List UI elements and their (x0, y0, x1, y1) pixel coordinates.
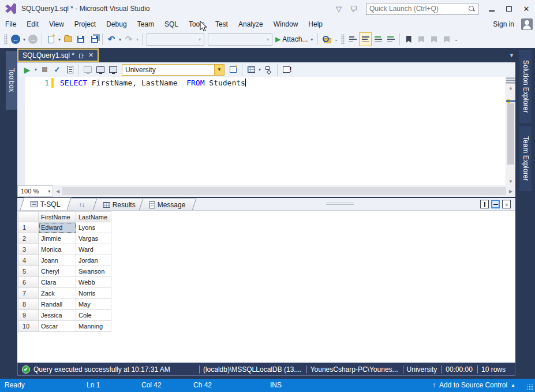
quick-launch-box[interactable] (366, 3, 478, 15)
grid-cell[interactable]: Swanson (76, 266, 111, 277)
sidebar-tab-solution-explorer[interactable]: Solution Explorer (519, 50, 532, 123)
grid-cell[interactable]: Cheryl (39, 266, 76, 277)
row-header[interactable]: 5 (18, 266, 39, 277)
toolbar-drag-handle-2[interactable] (341, 34, 345, 44)
save-all-button[interactable] (87, 32, 100, 46)
maximize-button[interactable] (500, 2, 518, 16)
grid-cell[interactable]: Randall (39, 299, 76, 310)
grid-cell[interactable]: Jordan (76, 255, 111, 266)
scroll-right-icon[interactable]: ▶ (506, 185, 515, 197)
feedback-icon[interactable]: 🗩 (346, 2, 361, 15)
grid-cell[interactable]: Jimmie (39, 233, 76, 244)
grid-cell[interactable]: May (76, 299, 111, 310)
attach-dropdown-icon[interactable]: ▾ (309, 37, 314, 42)
row-header[interactable]: 3 (18, 244, 39, 255)
sign-in-button[interactable]: Sign in (491, 20, 517, 28)
grid-cell[interactable]: Webb (76, 277, 111, 288)
grid-cell[interactable]: Norris (76, 288, 111, 299)
grid-cell[interactable]: Jessica (39, 310, 76, 321)
tab-tsql[interactable]: T-SQL (20, 197, 71, 210)
results-to-grid-button[interactable] (245, 63, 257, 77)
menu-item-help[interactable]: Help (303, 18, 328, 30)
menu-item-debug[interactable]: Debug (101, 18, 132, 30)
redo-button[interactable]: ↷ (122, 32, 135, 46)
tab-well-overflow-icon[interactable]: ▼ (509, 53, 514, 58)
pin-icon[interactable] (78, 53, 84, 58)
grid-corner-cell[interactable] (18, 211, 39, 222)
grid-cell[interactable]: Oscar (39, 321, 76, 332)
menu-item-file[interactable]: File (0, 18, 21, 30)
row-header[interactable]: 6 (18, 277, 39, 288)
resize-grip[interactable] (527, 384, 533, 390)
code-editor[interactable]: 1 SELECT FirstName, LastName FROM Studen… (17, 77, 515, 185)
notifications-flag-icon[interactable]: ▽ (331, 2, 346, 15)
display-line-button[interactable] (346, 32, 359, 46)
navigate-forward-button[interactable]: → (27, 32, 39, 46)
database-combobox[interactable]: University ▼ (122, 64, 225, 76)
menu-item-window[interactable]: Window (268, 18, 304, 30)
tab-results[interactable]: Results (92, 199, 146, 210)
tab-message[interactable]: Message (139, 199, 196, 210)
add-to-source-control-button[interactable]: ↑ Add to Source Control ▲ (432, 381, 515, 389)
grid-cell[interactable]: Manning (76, 321, 111, 332)
find-in-files-button[interactable] (320, 32, 333, 46)
row-header[interactable]: 10 (18, 321, 39, 332)
undo-dropdown-icon[interactable]: ▾ (118, 37, 122, 42)
execute-query-button[interactable]: ▶ (21, 63, 33, 77)
script-icon[interactable] (63, 63, 76, 77)
save-button[interactable] (74, 32, 87, 46)
configuration-combobox[interactable]: ▾ (147, 33, 204, 46)
zoom-control[interactable]: 100 % ▼ (17, 185, 53, 197)
row-header[interactable]: 9 (18, 310, 39, 321)
indent-increase-button[interactable] (384, 32, 397, 46)
menu-item-project[interactable]: Project (69, 18, 101, 30)
scroll-left-icon[interactable]: ◀ (53, 185, 62, 197)
parse-query-button[interactable]: ✓ (51, 63, 63, 77)
pane-splitter-grip[interactable] (326, 203, 354, 206)
row-header[interactable]: 4 (18, 255, 39, 266)
code-text-area[interactable]: SELECT FirstName, LastName FROM Students (54, 77, 506, 185)
editor-vertical-scrollbar[interactable]: ▲ ▼ (506, 77, 515, 185)
change-connection-icon[interactable] (107, 63, 119, 77)
zoom-dropdown-icon[interactable]: ▼ (46, 189, 53, 193)
scroll-up-icon[interactable]: ▲ (506, 85, 515, 91)
close-button[interactable]: ✕ (518, 2, 535, 16)
new-file-button[interactable] (44, 32, 57, 46)
menu-item-view[interactable]: View (44, 18, 69, 30)
minimize-button[interactable] (483, 2, 500, 16)
database-dropdown-icon[interactable]: ▼ (214, 65, 224, 75)
word-wrap-button[interactable] (359, 32, 372, 46)
menu-item-team[interactable]: Team (132, 18, 159, 30)
row-header[interactable]: 1 (18, 222, 39, 233)
split-pane-horizontal-button[interactable] (491, 200, 500, 208)
split-pane-vertical-button[interactable] (480, 200, 489, 208)
menu-item-sql[interactable]: SQL (159, 18, 184, 30)
platform-combobox[interactable]: ▾ (208, 33, 272, 46)
hide-pane-button[interactable]: » (502, 200, 511, 208)
menu-item-analyze[interactable]: Analyze (233, 18, 268, 30)
back-dropdown-icon[interactable]: ▾ (22, 37, 27, 42)
grid-cell[interactable]: Clara (39, 277, 76, 288)
grid-cell[interactable]: Monica (39, 244, 76, 255)
tab-close-icon[interactable]: ✕ (88, 51, 93, 59)
scroll-down-icon[interactable]: ▼ (506, 179, 515, 184)
quick-launch-input[interactable] (369, 5, 468, 13)
undo-button[interactable]: ↶ (105, 32, 118, 46)
document-tab[interactable]: SQLQuery1.sql * ✕ (17, 48, 99, 62)
grid-cell[interactable]: Zack (39, 288, 76, 299)
navigate-back-button[interactable]: ← (9, 32, 22, 46)
results-to-dropdown-icon[interactable]: ▾ (257, 67, 262, 72)
attach-button[interactable]: ▶ Attach... ▾ (274, 32, 315, 46)
source-control-expand-icon[interactable]: ▲ (511, 383, 515, 388)
split-window-handle[interactable] (506, 77, 515, 84)
execute-dropdown-icon[interactable]: ▾ (33, 67, 38, 72)
row-header[interactable]: 2 (18, 233, 39, 244)
horizontal-scroll-thumb[interactable] (62, 187, 506, 195)
grid-cell[interactable]: Joann (39, 255, 76, 266)
grid-cell[interactable]: Lyons (76, 222, 111, 233)
toolbar-drag-handle[interactable] (4, 34, 8, 44)
toggle-bookmark-button[interactable] (402, 32, 415, 46)
grid-cell[interactable]: Cole (76, 310, 111, 321)
toolbar-overflow-icon[interactable]: ⌄ (453, 37, 459, 42)
grid-cell[interactable]: Vargas (76, 233, 111, 244)
